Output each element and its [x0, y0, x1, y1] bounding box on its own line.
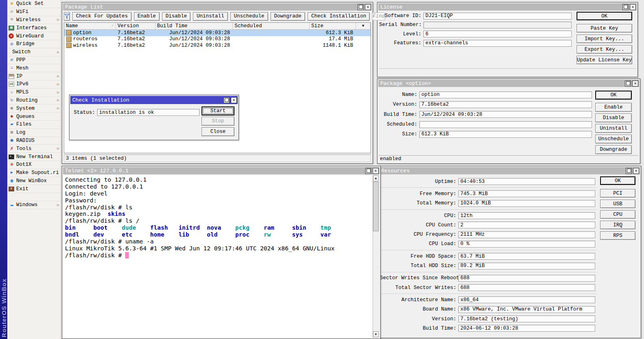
- serial-number-field[interactable]: [423, 22, 572, 28]
- build-time-field[interactable]: 2024-06-12 09:03:28: [458, 325, 595, 332]
- sidebar-item-quick-set[interactable]: ✻Quick Set: [7, 0, 61, 8]
- unschedule-button[interactable]: Unschedule: [595, 135, 632, 143]
- sidebar-item-ip[interactable]: 255IP▷: [7, 72, 61, 80]
- sidebar-item-wireguard[interactable]: ●WireGuard: [7, 32, 61, 40]
- downgrade-button[interactable]: Downgrade: [595, 145, 632, 154]
- cpu-frequency-field[interactable]: 2111 MHz: [458, 231, 595, 238]
- sidebar-item-mesh[interactable]: ∴Mesh: [7, 64, 61, 72]
- free-hdd-space-field[interactable]: 63.7 MiB: [458, 253, 595, 260]
- sidebar-item-new-terminal[interactable]: >_New Terminal: [7, 153, 61, 161]
- column-header-build-time[interactable]: Build Time: [156, 23, 233, 29]
- cpu-button[interactable]: CPU: [600, 210, 635, 219]
- ok-button[interactable]: OK: [600, 176, 635, 185]
- column-header-name[interactable]: Name∕: [64, 23, 116, 29]
- sidebar-item-ipv6[interactable]: v6IPv6▷: [7, 80, 61, 89]
- check-for-updates-button[interactable]: Check For Updates: [72, 12, 132, 21]
- check-installation-button[interactable]: Check Installation: [308, 12, 370, 21]
- size-field[interactable]: 612.3 KiB: [419, 131, 592, 138]
- table-row-option[interactable]: option7.16beta2Jun/12/2024 09:03:28612.3…: [64, 30, 371, 36]
- cpu-load-field[interactable]: 0 %: [458, 241, 595, 248]
- sidebar-item-system[interactable]: ✱System▷: [7, 104, 61, 113]
- scrollbar-thumb[interactable]: [373, 182, 379, 231]
- level-field[interactable]: 6: [423, 30, 572, 37]
- import-key-button[interactable]: Import Key...: [577, 35, 632, 43]
- disable-button[interactable]: Disable: [162, 12, 191, 21]
- terminal-output[interactable]: Connecting to 127.0.0.1Connected to 127.…: [65, 176, 372, 337]
- sidebar-item-new-winbox[interactable]: ◉New WinBox: [7, 177, 61, 185]
- usb-button[interactable]: USB: [600, 200, 635, 208]
- version-field[interactable]: 7.16beta2 (testing): [458, 315, 595, 322]
- version-field[interactable]: 7.16beta2: [419, 101, 592, 108]
- sidebar-item-mpls[interactable]: ●MPLS▷: [7, 89, 61, 97]
- sidebar-item-queues[interactable]: ●Queues: [7, 113, 61, 121]
- check-installation-titlebar[interactable]: Check Installation ✕: [70, 96, 238, 104]
- sidebar-item-interfaces[interactable]: ▦Interfaces: [7, 24, 61, 32]
- sidebar-item-wifi[interactable]: ≋WiFi: [7, 8, 61, 16]
- uninstall-button[interactable]: Uninstall: [595, 124, 632, 133]
- sidebar-item-radius[interactable]: ☻RADIUS: [7, 137, 61, 145]
- column-header-scheduled[interactable]: Scheduled: [233, 23, 310, 29]
- disable-button[interactable]: Disable: [595, 113, 632, 122]
- scrollbar[interactable]: ▲ ▼: [373, 175, 379, 337]
- rps-button[interactable]: RPS: [600, 231, 635, 240]
- software-id-field[interactable]: DJ21-EIQP: [423, 13, 572, 20]
- update-license-key-button[interactable]: Update License Key: [577, 56, 632, 64]
- start-button[interactable]: Start: [202, 106, 234, 115]
- sidebar-item-windows[interactable]: ▬Windows▷: [7, 201, 61, 209]
- table-row-routeros[interactable]: routeros7.16beta2Jun/12/2024 09:03:2817.…: [64, 36, 371, 43]
- architecture-name-field[interactable]: x86_64: [458, 296, 595, 303]
- downgrade-button[interactable]: Downgrade: [271, 12, 306, 21]
- filter-button[interactable]: [64, 12, 70, 21]
- scroll-up-icon[interactable]: ▲: [373, 175, 379, 181]
- close-button[interactable]: ✕: [365, 4, 371, 10]
- telnet-titlebar[interactable]: Telnet <2> 127.0.0.1 ✕: [63, 167, 379, 174]
- table-row-wireless[interactable]: wireless7.16beta2Jun/12/2024 09:03:28114…: [64, 42, 371, 49]
- paste-key-button[interactable]: Paste Key: [577, 24, 632, 33]
- pci-button[interactable]: PCI: [600, 189, 635, 198]
- sidebar-item-switch[interactable]: Switch▷: [7, 48, 61, 57]
- column-header-size[interactable]: Size: [310, 23, 356, 29]
- sidebar-item-dot1x[interactable]: ⊕Dot1X: [7, 161, 61, 169]
- status-field[interactable]: installation is ok: [97, 109, 199, 116]
- board-name-field[interactable]: x86 VMware, Inc. VMware Virtual Platform: [458, 306, 595, 313]
- maximize-button[interactable]: [358, 4, 364, 10]
- cpu-field[interactable]: 12th: [458, 212, 595, 219]
- column-header-version[interactable]: Version: [116, 23, 155, 29]
- name-field[interactable]: option: [419, 91, 592, 98]
- terminal-area[interactable]: Connecting to 127.0.0.1Connected to 127.…: [63, 175, 379, 337]
- stop-button[interactable]: Stop: [202, 117, 234, 126]
- sidebar-item-bridge[interactable]: ✣Bridge: [7, 40, 61, 48]
- unschedule-button[interactable]: Unschedule: [230, 12, 268, 21]
- column-select-dropdown[interactable]: ▼: [356, 23, 371, 29]
- close-button[interactable]: ✕: [632, 80, 638, 87]
- ok-button[interactable]: OK: [595, 91, 632, 100]
- free-memory-field[interactable]: 745.3 MiB: [458, 190, 595, 197]
- scroll-down-icon[interactable]: ▼: [373, 331, 379, 337]
- maximize-button[interactable]: [223, 97, 230, 103]
- cpu-count-field[interactable]: 2: [458, 222, 595, 228]
- sidebar-item-routing[interactable]: ↻Routing▷: [7, 97, 61, 105]
- sidebar-item-ppp[interactable]: ⇄PPP: [7, 57, 61, 65]
- enable-button[interactable]: Enable: [595, 103, 632, 112]
- features-field[interactable]: extra-channels: [423, 40, 572, 47]
- export-key-button[interactable]: Export Key...: [577, 45, 632, 54]
- scheduled-field[interactable]: [419, 121, 592, 128]
- sidebar-item-files[interactable]: ▰Files: [7, 121, 61, 129]
- sidebar-item-tools[interactable]: ✗Tools▷: [7, 145, 61, 153]
- ok-button[interactable]: OK: [577, 12, 632, 20]
- uptime-field[interactable]: 04:40:53: [458, 178, 595, 185]
- build-time-field[interactable]: Jun/12/2024 09:03:28: [419, 111, 592, 118]
- total-memory-field[interactable]: 1024.0 MiB: [458, 200, 595, 207]
- sidebar-item-exit[interactable]: ✕Exit: [7, 185, 61, 193]
- total-sector-writes-field[interactable]: 688: [458, 284, 595, 291]
- sector-writes-since-reboot-field[interactable]: 688: [458, 275, 595, 282]
- uninstall-button[interactable]: Uninstall: [193, 12, 228, 21]
- close-button[interactable]: ✕: [231, 97, 237, 103]
- enable-button[interactable]: Enable: [134, 12, 160, 21]
- find-input[interactable]: Find: [372, 13, 385, 20]
- total-hdd-size-field[interactable]: 89.2 MiB: [458, 263, 595, 269]
- maximize-button[interactable]: [365, 168, 371, 174]
- sidebar-item-wireless[interactable]: ΨWireless▷: [7, 16, 61, 24]
- irq-button[interactable]: IRQ: [600, 221, 635, 229]
- sidebar-item-log[interactable]: ≡Log: [7, 129, 61, 137]
